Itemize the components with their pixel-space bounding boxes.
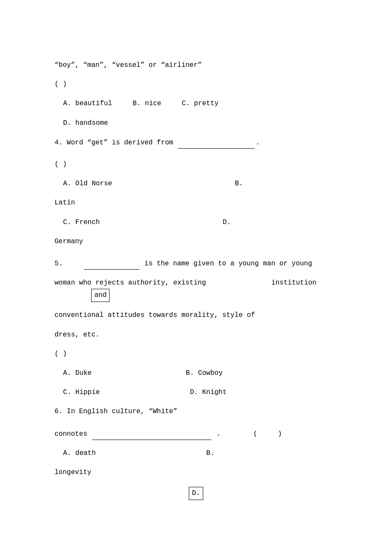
q6-opt-a: A. death: [63, 449, 96, 457]
intro-line: “boy”, “man”, “vessel” or “airliner”: [55, 60, 337, 71]
q4-latin-text: Latin: [55, 199, 75, 207]
q4-germany-text: Germany: [55, 238, 83, 245]
q5-opt-a: A. Duke: [63, 369, 92, 377]
q6-stem-text: 6. In English culture, “White”: [55, 408, 177, 415]
q4-opt-b: B.: [235, 180, 243, 187]
q5-blank[interactable]: [84, 258, 139, 270]
q4-blank[interactable]: [178, 137, 255, 149]
q5-opt-c: C. Hippie: [63, 388, 100, 396]
q5-line3-text: conventional attitudes towards morality,…: [55, 311, 255, 319]
q6-options-ab: A. death B.: [55, 448, 337, 459]
q6-paren-close: ): [278, 430, 282, 438]
q5-options-cd: C. Hippie D. Knight: [55, 387, 337, 398]
q4-opt-c: C. French: [63, 219, 100, 226]
q5-opt-d: D. Knight: [190, 388, 227, 396]
q4-stem-line: 4. Word “get” is derived from .: [55, 137, 337, 149]
q6-opt-b: B.: [206, 449, 214, 457]
q6-connotes: connotes: [55, 430, 87, 438]
paren-text-1: ( ): [55, 81, 67, 88]
q5-line4-text: dress, etc.: [55, 331, 100, 339]
q5-stem-line2: woman who rejects authority, existing in…: [55, 277, 337, 302]
q-paren-1: ( ): [55, 79, 337, 90]
q4-paren: ( ): [55, 161, 67, 168]
q5-stem-line1: 5. is the name given to a young man or y…: [55, 258, 337, 270]
q5-stem-line4: dress, etc.: [55, 329, 337, 341]
q5-paren-line: ( ): [55, 348, 337, 360]
q5-opt-b: B. Cowboy: [186, 369, 222, 377]
q5-and-text: and: [94, 291, 107, 299]
q6-longevity-text: longevity: [55, 469, 91, 476]
intro-text: “boy”, “man”, “vessel” or “airliner”: [55, 61, 202, 69]
option-1abc: A. beautiful B. nice C. pretty: [55, 98, 337, 109]
q4-latin: Latin: [55, 197, 337, 209]
q6-longevity: longevity: [55, 467, 337, 478]
q6-blank[interactable]: [92, 428, 211, 440]
quiz-content: “boy”, “man”, “vessel” or “airliner” ( )…: [55, 60, 337, 500]
opt-a: A. beautiful: [63, 100, 112, 107]
q4-opt-d: D.: [222, 219, 231, 226]
q6-options-d: D.: [55, 487, 337, 500]
q6-opt-d: D.: [192, 489, 200, 497]
q6-paren-open: (: [253, 430, 257, 438]
q6-opt-d-box: D.: [189, 487, 203, 500]
q4-options-ac: A. Old Norse B.: [55, 178, 337, 190]
q6-connotes-line: connotes . ( ): [55, 428, 337, 440]
q5-paren: ( ): [55, 350, 67, 358]
q5-stem-line3: conventional attitudes towards morality,…: [55, 310, 337, 321]
q5-and-box: and: [91, 289, 110, 302]
q5-line2-text: woman who rejects authority, existing: [55, 279, 206, 287]
q5-options-ab: A. Duke B. Cowboy: [55, 368, 337, 379]
opt-b: B. nice: [133, 100, 161, 107]
q4-stem-text: 4. Word “get” is derived from: [55, 139, 173, 147]
q4-paren-line: ( ): [55, 159, 337, 170]
q4-germany: Germany: [55, 236, 337, 247]
q5-stem-mid: is the name given to a young man or youn…: [144, 260, 312, 267]
q4-opt-a: A. Old Norse: [63, 180, 112, 187]
opt-d: D. handsome: [63, 119, 108, 127]
q6-stem-line: 6. In English culture, “White”: [55, 406, 337, 417]
opt-c: C. pretty: [182, 100, 218, 107]
option-1d: D. handsome: [55, 118, 337, 129]
q5-number: 5.: [55, 260, 63, 267]
q4-options-cd: C. French D.: [55, 217, 337, 228]
q5-institution: institution: [271, 279, 317, 287]
